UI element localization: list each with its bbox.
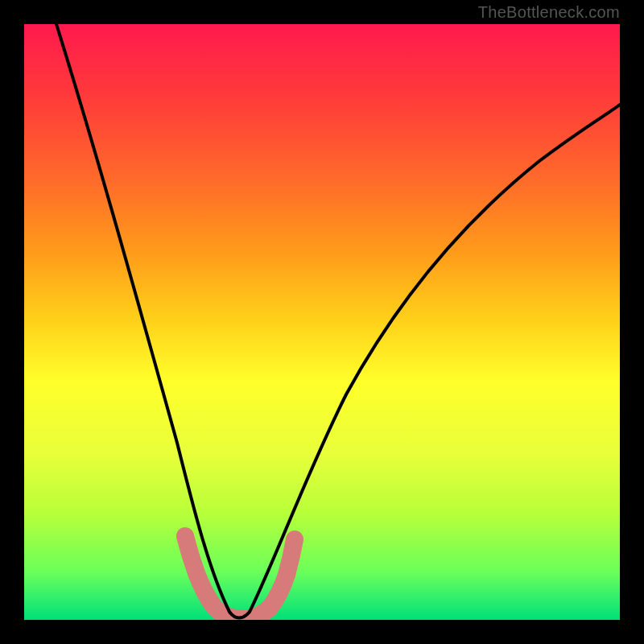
chart-svg [24, 24, 620, 620]
watermark-text: TheBottleneck.com [478, 3, 620, 22]
bottleneck-curve-path [56, 24, 620, 618]
outer-frame: TheBottleneck.com [0, 0, 644, 644]
plot-area [24, 24, 620, 620]
